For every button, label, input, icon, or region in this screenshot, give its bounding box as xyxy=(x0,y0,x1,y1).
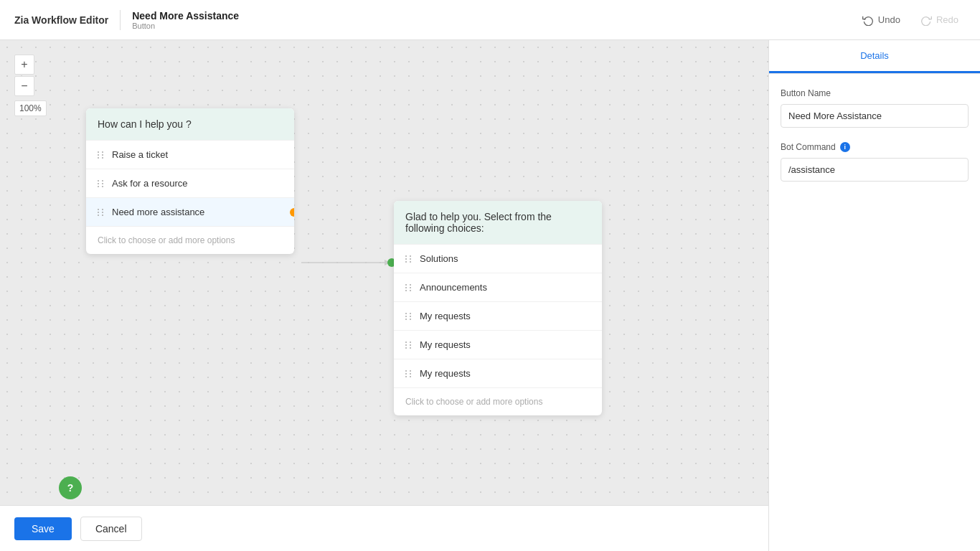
button-name-input[interactable] xyxy=(781,104,969,128)
node2-item-label-1: Announcements xyxy=(420,282,487,293)
node1-item-label-2: Need more assistance xyxy=(112,207,204,217)
drag-handle xyxy=(405,284,413,291)
canvas-area[interactable]: + − 100% How can I help you ? Raise a ti… xyxy=(0,40,768,551)
panel-content: Button Name Bot Command i xyxy=(769,74,980,210)
header: Zia Workflow Editor Need More Assistance… xyxy=(0,0,980,40)
undo-button[interactable]: Undo xyxy=(855,10,908,30)
header-left: Zia Workflow Editor Need More Assistance… xyxy=(14,10,239,30)
node1-add-option[interactable]: Click to choose or add more options xyxy=(86,226,294,254)
node2-item-label-4: My requests xyxy=(420,368,471,379)
redo-label: Redo xyxy=(936,14,958,25)
node1-item-label-0: Raise a ticket xyxy=(112,149,168,160)
bot-command-label: Bot Command i xyxy=(781,142,969,152)
cancel-button[interactable]: Cancel xyxy=(80,517,142,541)
workflow-subtitle: Button xyxy=(132,22,239,30)
bot-command-info-icon[interactable]: i xyxy=(840,142,850,152)
node1-item-2[interactable]: Need more assistance xyxy=(86,197,294,226)
node1-header: How can I help you ? xyxy=(86,108,294,140)
node2-item-0[interactable]: Solutions xyxy=(394,244,602,273)
node2-card: Glad to help you. Select from the follow… xyxy=(394,201,602,415)
header-actions: Undo Redo xyxy=(855,10,966,30)
drag-handle xyxy=(405,342,413,349)
node1-item-label-1: Ask for a resource xyxy=(112,178,188,189)
zoom-out-button[interactable]: − xyxy=(14,76,34,96)
redo-button[interactable]: Redo xyxy=(913,10,966,30)
drag-handle xyxy=(405,313,413,320)
helper-icon-symbol: ? xyxy=(67,482,74,494)
save-button[interactable]: Save xyxy=(14,517,72,540)
node2-item-1[interactable]: Announcements xyxy=(394,273,602,301)
header-center: Need More Assistance Button xyxy=(132,10,239,30)
workflow-title: Need More Assistance xyxy=(132,10,239,22)
node1-item-0[interactable]: Raise a ticket xyxy=(86,140,294,169)
drag-handle xyxy=(405,255,413,263)
main-layout: + − 100% How can I help you ? Raise a ti… xyxy=(0,40,980,551)
node2-add-option[interactable]: Click to choose or add more options xyxy=(394,387,602,415)
button-name-label: Button Name xyxy=(781,88,969,98)
bot-command-input[interactable] xyxy=(781,158,969,182)
redo-icon xyxy=(920,14,932,26)
conn-dot-orange xyxy=(290,208,294,217)
drag-handle xyxy=(405,370,413,377)
helper-icon[interactable]: ? xyxy=(59,476,82,499)
node2-header: Glad to help you. Select from the follow… xyxy=(394,201,602,244)
drag-handle xyxy=(98,209,105,216)
panel-tabs: Details xyxy=(769,40,980,74)
node2-item-label-3: My requests xyxy=(420,339,471,350)
undo-icon xyxy=(862,14,874,26)
zoom-controls: + − 100% xyxy=(14,55,47,116)
drag-handle xyxy=(98,151,105,159)
node2-item-2[interactable]: My requests xyxy=(394,301,602,330)
node1-item-1[interactable]: Ask for a resource xyxy=(86,169,294,197)
node2-item-4[interactable]: My requests xyxy=(394,359,602,387)
node2-item-label-2: My requests xyxy=(420,311,471,321)
node2-item-label-0: Solutions xyxy=(420,253,458,264)
zoom-in-button[interactable]: + xyxy=(14,55,34,75)
tab-details[interactable]: Details xyxy=(769,40,980,73)
zoom-level: 100% xyxy=(14,100,47,116)
drag-handle xyxy=(98,180,105,187)
node2-item-3[interactable]: My requests xyxy=(394,330,602,359)
bottom-bar: Save Cancel xyxy=(0,505,768,551)
right-panel: Details Button Name Bot Command i xyxy=(768,40,980,551)
app-title: Zia Workflow Editor xyxy=(14,14,108,26)
node1-card: How can I help you ? Raise a ticket Ask … xyxy=(86,108,294,254)
undo-label: Undo xyxy=(878,14,900,25)
header-divider xyxy=(120,10,121,30)
